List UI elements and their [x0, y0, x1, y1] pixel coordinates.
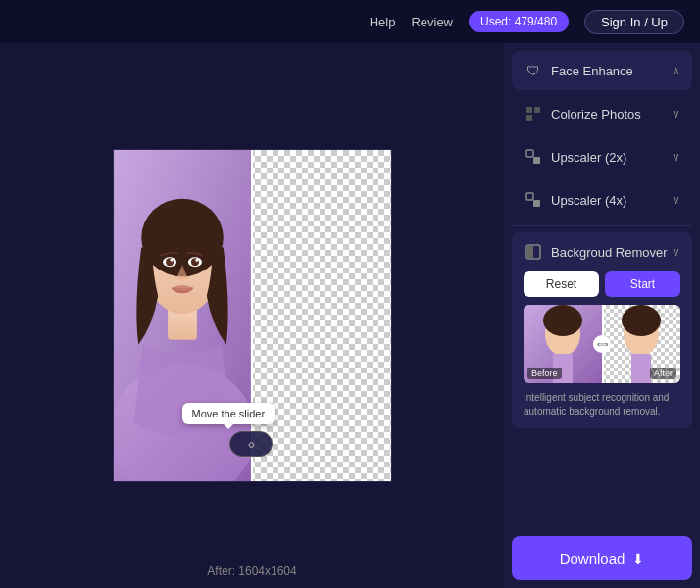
- svg-point-23: [543, 305, 582, 336]
- svg-rect-14: [526, 115, 532, 121]
- upscaler4x-icon: [524, 190, 543, 210]
- face-enhance-icon: 🛡: [524, 61, 543, 80]
- reset-button[interactable]: Reset: [524, 271, 599, 297]
- download-arrow-icon: ⬇: [632, 551, 644, 566]
- start-button[interactable]: Start: [605, 271, 680, 297]
- bg-remover-label: Backgroud Remover: [551, 245, 668, 260]
- upscaler2x-chevron-icon: ∨: [672, 150, 680, 164]
- colorize-icon: [524, 104, 543, 123]
- svg-point-9: [170, 259, 173, 262]
- preview-center-icon: ⟺: [593, 335, 611, 353]
- used-badge[interactable]: Used: 479/480: [469, 11, 569, 32]
- bg-remover-section: Backgroud Remover ∨ Reset Start: [512, 232, 692, 428]
- canvas-info: After: 1604x1604: [207, 564, 296, 578]
- svg-point-26: [622, 305, 661, 336]
- svg-point-11: [173, 285, 192, 293]
- feature-upscaler4x[interactable]: Upscaler (4x) ∨: [512, 180, 692, 220]
- main-layout: Move the slider ‹› After: 1604x1604 🛡 Fa…: [0, 43, 700, 588]
- svg-rect-12: [526, 107, 532, 113]
- svg-rect-27: [631, 354, 651, 383]
- preview-before-label: Before: [527, 368, 562, 379]
- svg-rect-13: [534, 107, 540, 113]
- svg-rect-20: [526, 245, 533, 259]
- face-enhance-chevron-icon: ∧: [672, 64, 680, 77]
- svg-point-10: [195, 259, 198, 262]
- preview-container: ⟺ Before After: [524, 305, 680, 383]
- preview-description: Intelligent subject recognition and auto…: [512, 391, 692, 428]
- bg-remover-chevron-icon: ∨: [672, 245, 680, 259]
- feature-colorize[interactable]: Colorize Photos ∨: [512, 94, 692, 133]
- slider-arrows-icon: ‹›: [248, 436, 253, 452]
- upscaler4x-chevron-icon: ∨: [672, 193, 680, 207]
- right-panel: 🛡 Face Enhance ∧ Colorize Photos ∨ Upsca…: [504, 43, 700, 588]
- divider: [512, 225, 692, 226]
- upscaler2x-label: Upscaler (2x): [551, 150, 626, 165]
- feature-upscaler2x[interactable]: Upscaler (2x) ∨: [512, 137, 692, 176]
- bg-remover-header[interactable]: Backgroud Remover ∨: [512, 232, 692, 271]
- colorize-label: Colorize Photos: [551, 107, 641, 122]
- slider-handle[interactable]: ‹›: [229, 431, 273, 457]
- review-link[interactable]: Review: [411, 15, 453, 29]
- help-link[interactable]: Help: [370, 15, 396, 29]
- download-label: Download: [560, 550, 625, 566]
- upscaler2x-icon: [524, 147, 543, 167]
- spacer: [512, 432, 692, 532]
- preview-after-label: After: [650, 368, 676, 379]
- svg-rect-16: [533, 157, 540, 164]
- feature-face-enhance[interactable]: 🛡 Face Enhance ∧: [512, 51, 692, 90]
- svg-rect-15: [526, 150, 533, 157]
- canvas-area: Move the slider ‹›: [113, 149, 392, 482]
- signin-button[interactable]: Sign In / Up: [584, 10, 684, 34]
- bg-remover-icon: [524, 242, 543, 262]
- svg-point-4: [141, 199, 224, 277]
- download-button[interactable]: Download ⬇: [512, 536, 692, 580]
- slider-tooltip: Move the slider: [182, 403, 275, 424]
- svg-rect-18: [533, 200, 540, 207]
- left-panel: Move the slider ‹› After: 1604x1604: [0, 43, 504, 588]
- upscaler4x-label: Upscaler (4x): [551, 193, 626, 208]
- svg-rect-17: [526, 193, 533, 200]
- header: Help Review Used: 479/480 Sign In / Up: [0, 0, 700, 43]
- bg-remover-controls: Reset Start: [512, 271, 692, 305]
- colorize-chevron-icon: ∨: [672, 107, 680, 121]
- face-enhance-label: Face Enhance: [551, 64, 633, 78]
